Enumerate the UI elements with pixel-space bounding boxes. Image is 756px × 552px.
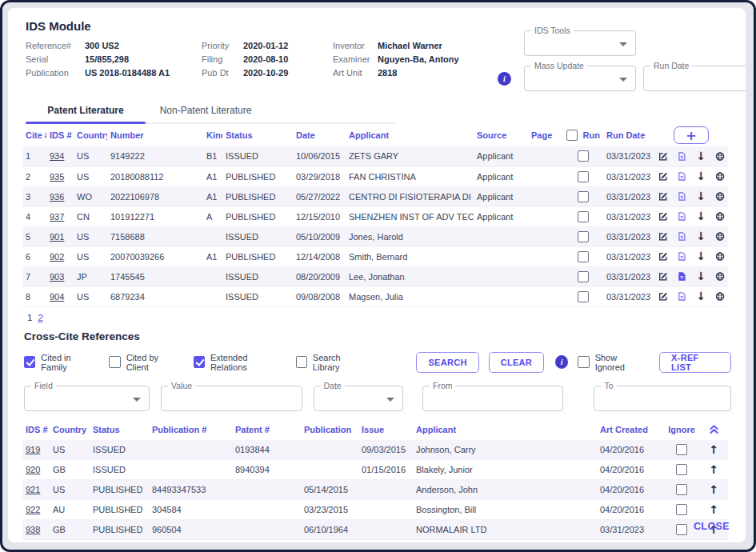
info-value: US 2018-0184488 A1	[85, 68, 202, 78]
ignore-checkbox[interactable]	[676, 444, 687, 455]
download-icon[interactable]: ↓	[696, 250, 706, 262]
ids-number-link[interactable]: 937	[50, 212, 64, 222]
checkbox[interactable]	[24, 356, 35, 368]
ids-number-link[interactable]: 919	[26, 445, 40, 454]
globe-icon[interactable]	[715, 230, 725, 242]
globe-icon[interactable]	[715, 170, 725, 182]
page-link[interactable]: 2	[38, 313, 42, 322]
ignore-checkbox[interactable]	[676, 484, 687, 495]
download-icon[interactable]: ↓	[696, 290, 706, 302]
extended-relations-checkbox[interactable]: Extended Relations	[194, 353, 283, 372]
document-icon[interactable]	[677, 210, 686, 222]
ids-number-link[interactable]: 902	[50, 252, 64, 262]
run-checkbox[interactable]	[578, 211, 589, 222]
cited-by-client-checkbox[interactable]: Cited by Client	[109, 353, 180, 372]
document-icon[interactable]	[677, 150, 686, 162]
promote-icon[interactable]: ↑	[709, 483, 718, 496]
document-filled-icon[interactable]	[677, 270, 686, 282]
globe-icon[interactable]	[715, 250, 725, 262]
globe-icon[interactable]	[715, 270, 725, 282]
ignore-checkbox[interactable]	[676, 464, 687, 475]
run-all-checkbox[interactable]	[566, 130, 578, 141]
col-kind: Kind	[203, 124, 222, 146]
checkbox[interactable]	[578, 356, 589, 368]
mass-update-select[interactable]: Mass Update	[524, 66, 636, 91]
applicant: ZETS GARY	[346, 146, 474, 166]
field-select[interactable]: Field	[24, 386, 150, 411]
edit-icon[interactable]	[658, 250, 667, 262]
checkbox[interactable]	[194, 356, 205, 368]
promote-icon[interactable]: ↑	[709, 503, 718, 516]
number: 20180088112	[107, 166, 203, 186]
run-checkbox[interactable]	[578, 291, 589, 302]
edit-icon[interactable]	[658, 150, 667, 162]
run-checkbox[interactable]	[578, 231, 589, 242]
ignore-checkbox[interactable]	[676, 504, 687, 515]
tab-patent-literature[interactable]: Patent Literature	[26, 99, 146, 122]
edit-icon[interactable]	[658, 210, 667, 222]
checkbox[interactable]	[109, 356, 120, 368]
document-icon[interactable]	[677, 250, 686, 262]
document-icon[interactable]	[677, 230, 686, 242]
ignore-checkbox[interactable]	[676, 524, 687, 535]
globe-icon[interactable]	[715, 210, 725, 222]
show-ignored-checkbox[interactable]: Show Ignored	[578, 353, 646, 372]
download-icon[interactable]: ↓	[696, 230, 706, 242]
download-icon[interactable]: ↓	[696, 190, 706, 202]
col-page: Page	[528, 124, 563, 146]
ids-tools-select[interactable]: IDS Tools	[524, 30, 636, 56]
ids-number-link[interactable]: 921	[26, 485, 40, 494]
ids-number-link[interactable]: 938	[26, 525, 40, 534]
edit-icon[interactable]	[658, 170, 667, 182]
edit-icon[interactable]	[658, 190, 667, 202]
clear-button[interactable]: CLEAR	[489, 352, 544, 373]
close-button[interactable]: CLOSE	[694, 521, 730, 532]
date: 10/06/2015	[293, 146, 346, 166]
applicant: Smith, Bernard	[346, 246, 474, 266]
edit-icon[interactable]	[658, 230, 667, 242]
run-checkbox[interactable]	[578, 191, 589, 202]
run-checkbox[interactable]	[578, 171, 589, 182]
info-icon[interactable]: i	[498, 72, 511, 86]
ids-number-link[interactable]: 904	[50, 292, 64, 302]
promote-icon[interactable]: ↑	[709, 443, 718, 456]
collapse-all-icon[interactable]	[708, 423, 720, 435]
info-icon[interactable]: i	[555, 355, 568, 369]
download-icon[interactable]: ↓	[696, 270, 706, 282]
page-current[interactable]: 1	[27, 313, 32, 322]
globe-icon[interactable]	[715, 150, 725, 162]
issue	[358, 520, 413, 540]
xref-list-button[interactable]: X-REF LIST	[659, 352, 731, 373]
tab-non-patent-literature[interactable]: Non-Patent Literature	[146, 99, 266, 122]
globe-icon[interactable]	[715, 290, 725, 302]
run-checkbox[interactable]	[578, 150, 589, 162]
ids-number-link[interactable]: 920	[26, 465, 40, 474]
ids-number-link[interactable]: 936	[50, 192, 64, 202]
ids-number-link[interactable]: 901	[50, 232, 64, 242]
search-button[interactable]: SEARCH	[416, 352, 478, 373]
checkbox[interactable]	[296, 356, 307, 368]
edit-icon[interactable]	[658, 270, 667, 282]
search-library-checkbox[interactable]: Search Library	[296, 353, 367, 372]
ids-number-link[interactable]: 935	[50, 172, 64, 182]
patent-table-header-row: Cite # IDS # Country Number Kind Status …	[22, 124, 728, 146]
cited-in-family-checkbox[interactable]: Cited in Family	[24, 353, 96, 372]
download-icon[interactable]: ↓	[696, 150, 706, 162]
run-checkbox[interactable]	[578, 271, 589, 282]
ids-number-link[interactable]: 922	[26, 505, 40, 514]
promote-icon[interactable]: ↑	[709, 463, 718, 476]
ids-number-link[interactable]: 903	[50, 272, 64, 282]
document-icon[interactable]	[677, 190, 686, 202]
date: 08/20/2009	[293, 266, 346, 286]
run-checkbox[interactable]	[578, 251, 589, 262]
download-icon[interactable]: ↓	[696, 210, 706, 222]
ids-number-link[interactable]: 934	[50, 151, 64, 161]
download-icon[interactable]: ↓	[696, 170, 706, 182]
cross-cite-header-row: IDS # Country Status Publication # Paten…	[22, 419, 728, 440]
edit-icon[interactable]	[658, 290, 667, 302]
document-icon[interactable]	[677, 170, 686, 182]
date-select[interactable]: Date	[314, 386, 403, 411]
document-icon[interactable]	[677, 290, 686, 302]
globe-icon[interactable]	[715, 190, 725, 202]
add-reference-button[interactable]: +	[674, 126, 709, 144]
